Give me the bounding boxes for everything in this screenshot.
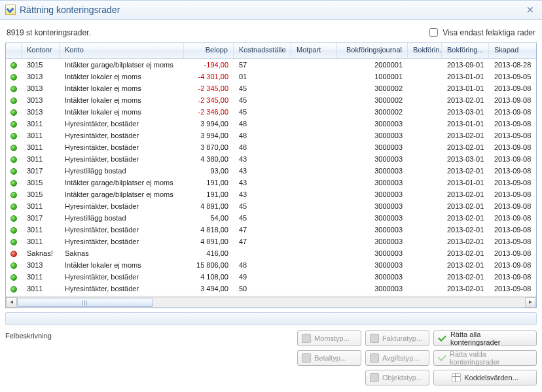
- avgiftstyp-button[interactable]: Avgiftstyp...: [365, 350, 429, 366]
- grid: Kontonr Konto Belopp Kostnadsställe Motp…: [5, 43, 537, 308]
- scroll-thumb[interactable]: [17, 298, 153, 307]
- col-bokforin[interactable]: Bokförin...: [408, 43, 442, 58]
- table-row[interactable]: 3015Intäkter garage/bilplatser ej moms19…: [6, 177, 536, 188]
- status-dot-icon: [10, 145, 17, 151]
- status-dot-icon: [10, 262, 17, 269]
- col-belopp[interactable]: Belopp: [184, 43, 234, 58]
- journal-cell: 3000003: [337, 120, 408, 128]
- journal-cell: 3000003: [337, 249, 408, 257]
- table-row[interactable]: 3011Hyresintäkter, bostäder3 994,0048300…: [6, 118, 536, 130]
- table-row[interactable]: 3011Hyresintäkter, bostäder4 108,0049300…: [6, 271, 536, 283]
- bokforing-cell: 2013-02-01: [442, 226, 489, 234]
- table-row[interactable]: 3013Intäkter lokaler ej moms-2 345,00453…: [6, 94, 536, 106]
- kontonr-cell: 3011: [22, 285, 60, 293]
- belopp-cell: 4 818,00: [184, 226, 234, 234]
- status-dot-icon: [10, 286, 17, 293]
- avgiftstyp-label: Avgiftstyp...: [382, 354, 420, 362]
- table-row[interactable]: 3013Intäkter lokaler ej moms-4 301,00011…: [6, 71, 536, 82]
- col-kostnadsstalle[interactable]: Kostnadsställe: [234, 43, 291, 58]
- table-row[interactable]: 3015Intäkter garage/bilplatser ej moms19…: [6, 188, 536, 200]
- journal-cell: 3000002: [337, 96, 408, 104]
- journal-cell: 3000003: [337, 132, 408, 139]
- scroll-right-button[interactable]: ►: [525, 297, 536, 308]
- belopp-cell: -4 301,00: [184, 73, 234, 80]
- table-row[interactable]: 3017Hyrestillägg bostad93,00433000003201…: [6, 165, 536, 177]
- table-row[interactable]: 3015Intäkter garage/bilplatser ej moms-1…: [6, 59, 536, 71]
- scroll-left-button[interactable]: ◄: [6, 297, 17, 308]
- statusbar: [5, 312, 537, 325]
- table-row[interactable]: 3011Hyresintäkter, bostäder3 994,0048300…: [6, 130, 536, 141]
- fakturatyp-button[interactable]: Fakturatyp...: [365, 330, 429, 346]
- konto-cell: Hyresintäkter, bostäder: [60, 143, 184, 151]
- close-icon[interactable]: ✕: [524, 3, 537, 16]
- table-row[interactable]: 3017Hyrestillägg bostad54,00453000003201…: [6, 212, 536, 224]
- bokforing-cell: 2013-02-01: [442, 202, 489, 210]
- status-dot-icon: [10, 121, 17, 128]
- col-konto[interactable]: Konto: [60, 43, 184, 58]
- kostnadsstalle-cell: 49: [234, 273, 291, 281]
- col-kontonr[interactable]: Kontonr: [22, 43, 60, 58]
- col-status[interactable]: [6, 43, 22, 58]
- ratta-alla-button[interactable]: Rätta alla konteringsrader: [433, 330, 537, 346]
- horizontal-scrollbar[interactable]: ◄ ►: [6, 296, 536, 308]
- skapad-cell: 2013-09-08: [489, 167, 533, 175]
- grid-icon: [452, 373, 461, 382]
- kontonr-cell: 3013: [22, 261, 60, 269]
- table-row[interactable]: 3011Hyresintäkter, bostäder4 891,0045300…: [6, 200, 536, 212]
- kostnadsstalle-cell: 43: [234, 190, 291, 198]
- kontonr-cell: 3013: [22, 96, 60, 104]
- table-row[interactable]: 3011Hyresintäkter, bostäder4 380,0043300…: [6, 153, 536, 165]
- table-row[interactable]: 3013Intäkter lokaler ej moms-2 346,00453…: [6, 106, 536, 118]
- kontonr-cell: 3017: [22, 167, 60, 175]
- col-motpart[interactable]: Motpart: [291, 43, 337, 58]
- grid-body[interactable]: 3015Intäkter garage/bilplatser ej moms-1…: [6, 59, 536, 296]
- belopp-cell: 93,00: [184, 167, 234, 175]
- belopp-cell: 4 891,00: [184, 238, 234, 245]
- table-row[interactable]: 3011Hyresintäkter, bostäder4 891,0047300…: [6, 236, 536, 247]
- titlebar: Rättning konteringsrader ✕: [0, 0, 542, 20]
- status-cell: [6, 155, 22, 163]
- momstyp-button[interactable]: Momstyp...: [297, 330, 361, 346]
- kostnadsstalle-cell: 45: [234, 108, 291, 116]
- ratta-valda-button[interactable]: Rätta valda konteringsrader: [433, 350, 537, 366]
- table-row[interactable]: 3011Hyresintäkter, bostäder3 870,0048300…: [6, 141, 536, 153]
- kontonr-cell: 3015: [22, 179, 60, 187]
- bokforing-cell: 2013-02-01: [442, 249, 489, 257]
- kostnadsstalle-cell: 47: [234, 226, 291, 234]
- skapad-cell: 2013-09-08: [489, 132, 533, 139]
- col-skapad[interactable]: Skapad: [489, 43, 533, 58]
- show-errors-input[interactable]: [429, 28, 438, 37]
- table-row[interactable]: Saknas!Saknas416,0030000032013-02-012013…: [6, 247, 536, 259]
- kontonr-cell: 3013: [22, 73, 60, 80]
- journal-cell: 3000003: [337, 179, 408, 187]
- journal-cell: 3000003: [337, 214, 408, 222]
- belopp-cell: 3 870,00: [184, 143, 234, 151]
- scroll-track[interactable]: [17, 297, 525, 308]
- status-cell: [6, 120, 22, 128]
- journal-cell: 3000003: [337, 190, 408, 198]
- show-errors-checkbox[interactable]: Visa endast felaktiga rader: [427, 26, 535, 39]
- object-icon: [370, 373, 379, 382]
- status-cell: [6, 190, 22, 198]
- status-cell: [6, 261, 22, 269]
- status-cell: [6, 61, 22, 69]
- status-dot-icon: [10, 180, 17, 187]
- koddelsvarden-label: Koddelsvärden...: [464, 374, 518, 382]
- konto-cell: Intäkter garage/bilplatser ej moms: [60, 179, 184, 187]
- table-row[interactable]: 3013Intäkter lokaler ej moms15 806,00483…: [6, 259, 536, 271]
- betaltyp-button[interactable]: Betaltyp...: [297, 350, 361, 366]
- bokforing-cell: 2013-02-01: [442, 167, 489, 175]
- objektstyp-button[interactable]: Objektstyp...: [365, 370, 429, 385]
- col-journal[interactable]: Bokföringsjournal: [337, 43, 408, 58]
- table-row[interactable]: 3011Hyresintäkter, bostäder3 494,0050300…: [6, 283, 536, 294]
- konto-cell: Hyresintäkter, bostäder: [60, 238, 184, 245]
- table-row[interactable]: 3013Intäkter lokaler ej moms-2 345,00453…: [6, 82, 536, 94]
- kostnadsstalle-cell: 45: [234, 202, 291, 210]
- col-bokforing[interactable]: Bokföring...: [442, 43, 489, 58]
- koddelsvarden-button[interactable]: Koddelsvärden...: [433, 370, 537, 385]
- kostnadsstalle-cell: 01: [234, 73, 291, 80]
- skapad-cell: 2013-09-08: [489, 120, 533, 128]
- skapad-cell: 2013-09-08: [489, 249, 533, 257]
- status-cell: [6, 167, 22, 175]
- table-row[interactable]: 3011Hyresintäkter, bostäder4 818,0047300…: [6, 224, 536, 236]
